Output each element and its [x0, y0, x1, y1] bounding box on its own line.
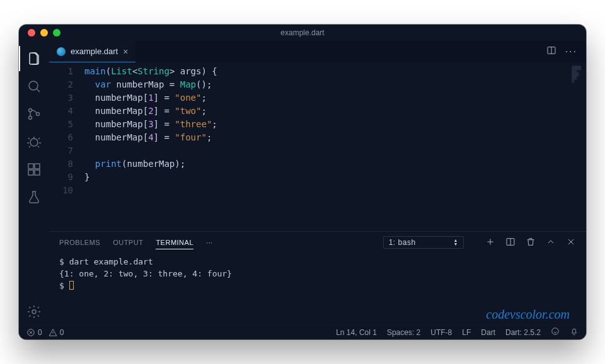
- svg-point-9: [32, 310, 36, 314]
- debug-icon[interactable]: [19, 129, 49, 154]
- terminal-selector-label: 1: bash: [389, 238, 416, 247]
- status-encoding[interactable]: UTF-8: [430, 328, 452, 337]
- terminal-selector[interactable]: 1: bash ▲▼: [383, 236, 464, 249]
- code-editor[interactable]: 12345678910 main(List<String> args) { va…: [49, 62, 586, 231]
- status-cursor[interactable]: Ln 14, Col 1: [336, 328, 377, 337]
- editor-actions: ···: [546, 41, 586, 62]
- panel-more-icon[interactable]: ···: [206, 239, 213, 246]
- status-eol[interactable]: LF: [462, 328, 471, 337]
- svg-point-0: [29, 81, 38, 90]
- line-number-gutter: 12345678910: [49, 65, 84, 231]
- svg-point-13: [552, 328, 559, 335]
- code-content: main(List<String> args) { var numberMap …: [84, 65, 586, 231]
- tab-example-dart[interactable]: example.dart ×: [49, 41, 135, 62]
- close-tab-icon[interactable]: ×: [123, 47, 128, 57]
- dropdown-icon: ▲▼: [454, 239, 458, 246]
- svg-point-3: [37, 113, 40, 116]
- status-sdk[interactable]: Dart: 2.5.2: [505, 328, 541, 337]
- status-errors[interactable]: 0: [26, 328, 42, 337]
- status-language[interactable]: Dart: [481, 328, 495, 337]
- extensions-icon[interactable]: [19, 157, 49, 182]
- search-icon[interactable]: [19, 74, 49, 99]
- close-panel-icon[interactable]: [566, 237, 576, 248]
- svg-point-2: [29, 117, 32, 120]
- svg-rect-7: [35, 170, 40, 175]
- maximize-panel-icon[interactable]: [546, 237, 556, 248]
- panel-tab-terminal[interactable]: TERMINAL: [156, 239, 193, 249]
- status-warnings[interactable]: 0: [49, 328, 64, 337]
- window-body: example.dart × ··· 12345678910 main(List…: [19, 41, 586, 324]
- new-terminal-icon[interactable]: [485, 237, 495, 248]
- tab-bar: example.dart × ···: [49, 41, 586, 62]
- kill-terminal-icon[interactable]: [526, 237, 536, 248]
- panel-tab-output[interactable]: OUTPUT: [113, 239, 143, 246]
- split-editor-icon[interactable]: [546, 45, 556, 58]
- status-bell-icon[interactable]: [570, 327, 579, 338]
- settings-gear-icon[interactable]: [19, 299, 49, 324]
- status-spaces[interactable]: Spaces: 2: [387, 328, 420, 337]
- dart-file-icon: [57, 47, 66, 56]
- tab-filename: example.dart: [71, 47, 118, 56]
- panel-tab-problems[interactable]: PROBLEMS: [59, 239, 100, 246]
- testing-icon[interactable]: [19, 185, 49, 210]
- svg-point-1: [29, 109, 32, 112]
- title-bar: example.dart: [19, 25, 586, 41]
- explorer-icon[interactable]: [19, 46, 49, 71]
- source-control-icon[interactable]: [19, 101, 49, 127]
- window-title: example.dart: [19, 28, 586, 37]
- vscode-window: example.dart: [19, 25, 586, 339]
- status-bar: 0 0 Ln 14, Col 1 Spaces: 2 UTF-8 LF Dart…: [19, 324, 586, 339]
- panel-tab-bar: PROBLEMS OUTPUT TERMINAL ··· 1: bash ▲▼: [49, 232, 586, 253]
- status-feedback-icon[interactable]: [551, 327, 560, 338]
- editor-group: example.dart × ··· 12345678910 main(List…: [49, 41, 586, 324]
- watermark-text: codevscolor.com: [486, 307, 570, 322]
- svg-rect-8: [35, 164, 40, 169]
- more-actions-icon[interactable]: ···: [565, 46, 577, 57]
- svg-point-4: [30, 139, 38, 146]
- activity-bar: [19, 41, 49, 324]
- split-terminal-icon[interactable]: [505, 237, 516, 248]
- minimap[interactable]: ████████████: [572, 66, 581, 82]
- svg-rect-5: [28, 164, 33, 169]
- svg-rect-6: [28, 170, 33, 175]
